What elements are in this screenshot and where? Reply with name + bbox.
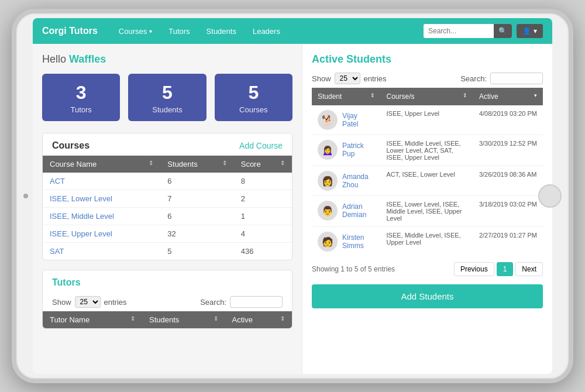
courses-label: Courses [221,105,287,114]
student-info: 👩 Amanda Zhou [318,171,375,191]
course-students-cell: 5 [160,243,233,260]
col-tutor-students[interactable]: Students ⇕ [142,311,225,328]
search-button[interactable]: 🔍 [494,24,512,38]
col-active[interactable]: Active ▾ [473,88,543,105]
sort-icon: ⇕ [149,160,153,166]
stat-card-courses[interactable]: 5 Courses [215,74,292,121]
show-entries-students: Show 251050 entries [312,73,387,84]
tutors-title: Tutors [52,277,81,288]
nav-students[interactable]: Students [199,23,243,39]
active-cell: 3/18/2019 03:02 PM [473,196,543,227]
col-students[interactable]: Students ⇕ [160,156,233,173]
table-row: 👨 Adrian Demian ISEE, Lower Level, ISEE,… [312,196,543,227]
pagination-buttons: Previous 1 Next [454,262,543,276]
courses-table: Course Name ⇕ Students ⇕ Score ⇕ [43,156,292,260]
course-link[interactable]: ISEE, Lower Level [50,194,112,203]
right-panel: Active Students Show 251050 entries Sear… [302,44,552,374]
courses-header: Courses Add Course [43,133,292,156]
add-students-button[interactable]: Add Students [312,284,543,308]
sort-icon: ⇕ [280,315,285,322]
col-tutor-active[interactable]: Active ⇕ [225,311,292,328]
course-name-cell: ISEE, Middle Level [43,208,160,225]
tutors-table: Tutor Name ⇕ Students ⇕ Active ⇕ [43,311,292,328]
nav-courses[interactable]: Courses ▾ [112,23,159,39]
entries-select-students[interactable]: 251050 [335,73,360,84]
student-cell: 🧑 Kirsten Simms [312,227,381,257]
course-link[interactable]: SAT [50,247,64,256]
stat-card-students[interactable]: 5 Students [128,74,206,121]
sort-icon: ⇕ [463,92,467,98]
stat-cards: 3 Tutors 5 Students 5 Courses [42,74,292,121]
sort-icon: ⇕ [280,160,285,166]
search-tutors: Search: [200,296,283,308]
courses-title: Courses [52,140,90,151]
student-cell: 👨 Adrian Demian [312,196,381,227]
col-course-name[interactable]: Course Name ⇕ [43,156,160,173]
user-menu-button[interactable]: 👤 ▾ [517,24,543,38]
nav-menu: Courses ▾ Tutors Students Leaders [112,23,424,39]
course-link[interactable]: ACT [50,177,65,185]
course-students-cell: 7 [160,190,233,208]
sort-icon: ⇕ [222,160,227,166]
pagination-row: Showing 1 to 5 of 5 entries Previous 1 N… [312,256,543,281]
col-tutor-name[interactable]: Tutor Name ⇕ [43,311,142,328]
course-name-cell: SAT [43,243,160,260]
user-icon: 👤 [522,27,531,35]
student-info: 👨 Adrian Demian [318,201,375,221]
student-link[interactable]: Kirsten Simms [342,233,375,250]
previous-button[interactable]: Previous [454,262,494,276]
col-student[interactable]: Student ⇕ [312,88,381,105]
courses-cell: ISEE, Middle Level, ISEE, Lower Level, A… [381,135,473,166]
tablet-home-button[interactable] [538,184,562,208]
entries-select-tutors[interactable]: 251050 [75,296,101,308]
sort-icon: ⇕ [214,315,218,322]
screen: Corgi Tutors Courses ▾ Tutors Students L… [33,18,552,374]
search-tutors-input[interactable] [230,296,283,308]
student-link[interactable]: Patrick Pup [342,142,375,158]
active-cell: 3/30/2019 12:52 PM [473,135,543,166]
student-cell: 🐕 Vijay Patel [312,105,381,135]
navbar: Corgi Tutors Courses ▾ Tutors Students L… [33,18,552,44]
search-box: 🔍 [424,24,512,38]
course-score-cell: 1 [234,208,292,225]
sort-icon: ⇕ [130,315,135,322]
stat-card-tutors[interactable]: 3 Tutors [42,74,120,121]
tutors-count: 3 [48,83,114,102]
course-score-cell: 4 [234,225,292,243]
table-row: ISEE, Upper Level 32 4 [43,225,292,243]
active-cell: 3/26/2019 08:36 AM [473,166,543,196]
left-panel: Hello Waffles 3 Tutors 5 Students 5 Cour… [33,44,302,374]
student-link[interactable]: Vijay Patel [342,112,375,128]
course-link[interactable]: ISEE, Middle Level [50,212,114,221]
col-courses[interactable]: Course/s ⇕ [381,88,473,105]
nav-tutors[interactable]: Tutors [161,23,197,39]
student-link[interactable]: Amanda Zhou [342,173,375,189]
tutors-label: Tutors [48,105,114,114]
table-row: ACT 6 8 [43,173,292,190]
students-table-controls: Show 251050 entries Search: [312,73,543,84]
courses-cell: ISEE, Middle Level, ISEE, Upper Level [381,227,473,257]
courses-cell: ACT, ISEE, Lower Level [381,166,473,196]
tablet-frame: Corgi Tutors Courses ▾ Tutors Students L… [12,9,573,383]
course-students-cell: 6 [160,208,233,225]
course-link[interactable]: ISEE, Upper Level [50,229,112,238]
add-course-button[interactable]: Add Course [239,141,283,150]
avatar: 👨 [318,201,338,221]
student-cell: 👩 Amanda Zhou [312,166,381,196]
course-name-cell: ISEE, Lower Level [43,190,160,208]
student-link[interactable]: Adrian Demian [342,202,375,219]
table-row: ISEE, Lower Level 7 2 [43,190,292,208]
courses-cell: ISEE, Lower Level, ISEE, Middle Level, I… [381,196,473,227]
page-1-button[interactable]: 1 [497,262,514,276]
search-input[interactable] [424,25,494,37]
pagination-info: Showing 1 to 5 of 5 entries [312,265,395,273]
courses-cell: ISEE, Upper Level [381,105,473,135]
col-score[interactable]: Score ⇕ [234,156,292,173]
active-cell: 4/08/2019 03:20 PM [473,105,543,135]
next-button[interactable]: Next [515,262,543,276]
search-students: Search: [460,73,543,84]
course-name-cell: ACT [43,173,160,190]
nav-leaders[interactable]: Leaders [246,23,287,39]
search-students-input[interactable] [490,73,543,84]
course-students-cell: 32 [160,225,233,243]
